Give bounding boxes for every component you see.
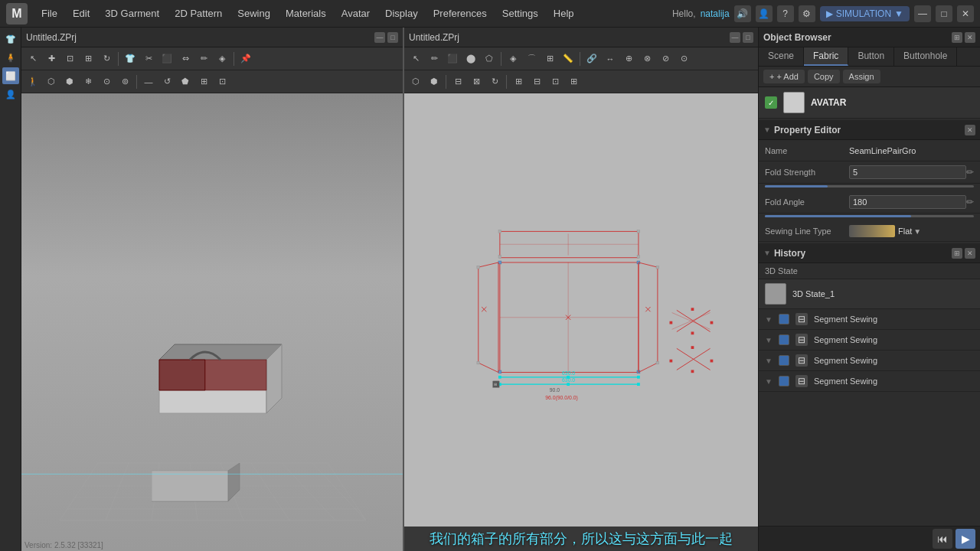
pe-fold-strength-input[interactable]: [849, 165, 966, 179]
close-icon[interactable]: ✕: [957, 5, 974, 22]
avatar-item[interactable]: ✓ AVATAR: [759, 87, 980, 119]
tb-brush-btn[interactable]: ⬡: [43, 73, 60, 90]
menu-preferences[interactable]: Preferences: [427, 5, 493, 22]
tb2-zoom-out[interactable]: ⊟: [528, 73, 545, 90]
ob-close-btn[interactable]: ✕: [965, 32, 975, 43]
ob-expand-btn[interactable]: ⊞: [952, 32, 962, 43]
tb-stitch-btn[interactable]: ✂: [140, 51, 157, 67]
tb-move-btn[interactable]: ⊞: [80, 51, 96, 67]
assign-button[interactable]: Assign: [843, 70, 880, 83]
hist-state-item[interactable]: 3D State_1: [759, 279, 980, 309]
menu-avatar[interactable]: Avatar: [335, 5, 376, 22]
pe-fold-strength-edit-icon[interactable]: ✏: [966, 167, 974, 178]
tb-grid-btn[interactable]: ⊞: [195, 73, 212, 90]
user-icon[interactable]: 👤: [756, 5, 773, 22]
seg-check-2[interactable]: [779, 355, 789, 366]
tb-reset-btn[interactable]: ↺: [158, 73, 175, 90]
menu-display[interactable]: Display: [379, 5, 424, 22]
tb-garment-btn[interactable]: 👕: [122, 51, 139, 67]
speaker-icon[interactable]: 🔊: [734, 5, 751, 22]
seg-item-2[interactable]: ▼ ⊟ Segment Sewing: [759, 350, 980, 371]
tb2-deselect[interactable]: ⬢: [426, 73, 443, 90]
tb2-rotate2d[interactable]: ↻: [486, 73, 503, 90]
tb2-stitch[interactable]: 🔗: [583, 51, 600, 67]
tb-add-btn[interactable]: ✚: [43, 51, 60, 67]
seg-item-1[interactable]: ▼ ⊟ Segment Sewing: [759, 330, 980, 350]
pe-fold-strength-slider[interactable]: [765, 185, 974, 187]
tb-pin-btn[interactable]: 📌: [237, 51, 254, 67]
menu-help[interactable]: Help: [547, 5, 580, 22]
menu-3d-garment[interactable]: 3D Garment: [99, 5, 165, 22]
menu-2d-pattern[interactable]: 2D Pattern: [168, 5, 228, 22]
minimize-icon[interactable]: —: [914, 5, 931, 22]
tb2-sew1[interactable]: ⊟: [449, 73, 466, 90]
hist-expand-icon[interactable]: ▼: [763, 249, 771, 257]
tb2-merge[interactable]: ⊕: [620, 51, 637, 67]
tb2-sew2[interactable]: ⊠: [468, 73, 485, 90]
pe-expand-icon[interactable]: ▼: [763, 126, 771, 134]
panel-2d-maximize[interactable]: □: [743, 32, 753, 43]
tb-marker-btn[interactable]: ◈: [214, 51, 230, 67]
pe-close-btn[interactable]: ✕: [965, 125, 975, 135]
hist-options-btn[interactable]: ⊞: [952, 248, 962, 259]
pe-fold-angle-slider[interactable]: [765, 215, 974, 217]
seg-item-3[interactable]: ▼ ⊟ Segment Sewing: [759, 371, 980, 392]
tb2-node[interactable]: ◈: [505, 51, 521, 67]
panel-3d-maximize[interactable]: □: [387, 32, 398, 43]
right-scroll-area[interactable]: ▼ Property Editor ✕ Name SeamLinePairGro…: [759, 119, 980, 526]
add-button[interactable]: + + Add: [763, 70, 805, 83]
tb-fold-btn[interactable]: ⬢: [61, 73, 78, 90]
sidebar-avatar-icon[interactable]: 👤: [2, 86, 19, 103]
tb-ruler-btn[interactable]: ⊡: [214, 73, 230, 90]
app-logo[interactable]: M: [6, 3, 28, 24]
menu-settings[interactable]: Settings: [496, 5, 544, 22]
tb2-fit[interactable]: ⊡: [547, 73, 564, 90]
sidebar-pattern-icon[interactable]: ⬜: [2, 67, 19, 84]
panel-3d-minimize[interactable]: —: [374, 32, 385, 43]
tb-rotate-btn[interactable]: ↻: [98, 51, 115, 67]
tb2-pen[interactable]: ✏: [426, 51, 443, 67]
menu-materials[interactable]: Materials: [279, 5, 332, 22]
settings-gear-icon[interactable]: ⚙: [799, 5, 815, 22]
seg-check-1[interactable]: [779, 334, 789, 345]
tab-buttonhole[interactable]: Buttonhole: [894, 47, 957, 66]
tb-edit-btn[interactable]: ✏: [195, 51, 212, 67]
tab-fabric[interactable]: Fabric: [804, 47, 848, 66]
tb2-curve[interactable]: ⌒: [523, 51, 540, 67]
hist-close-btn[interactable]: ✕: [965, 248, 975, 259]
menu-file[interactable]: File: [35, 5, 64, 22]
maximize-icon[interactable]: □: [936, 5, 952, 22]
sidebar-shirt-icon[interactable]: 👕: [2, 31, 19, 47]
seg-check-3[interactable]: [779, 376, 789, 386]
tb2-cursor[interactable]: ↖: [407, 51, 424, 67]
sewing-type-dropdown-icon[interactable]: ▼: [913, 227, 921, 236]
simulation-button[interactable]: ▶ SIMULATION ▼: [820, 6, 910, 21]
menu-edit[interactable]: Edit: [67, 5, 96, 22]
tb-sim-btn[interactable]: ⊙: [98, 73, 115, 90]
tb2-zoom-in[interactable]: ⊞: [510, 73, 527, 90]
view-3d-content[interactable]: Version: 2.5.32 [33321]: [21, 93, 403, 551]
tab-button[interactable]: Button: [848, 47, 894, 66]
copy-button[interactable]: Copy: [808, 70, 840, 83]
tb2-trace[interactable]: ⊘: [657, 51, 674, 67]
tb2-select-all[interactable]: ⬡: [407, 73, 424, 90]
tb-sim2-btn[interactable]: ⊚: [116, 73, 133, 90]
tb-obj-btn[interactable]: ⬟: [177, 73, 194, 90]
tb-select-btn[interactable]: ⊡: [61, 51, 78, 67]
pe-fold-angle-edit-icon[interactable]: ✏: [966, 197, 974, 207]
play-btn[interactable]: ▶: [956, 529, 975, 549]
tab-scene[interactable]: Scene: [759, 47, 804, 66]
tb2-measure[interactable]: 📏: [560, 51, 577, 67]
tb2-grid2[interactable]: ⊞: [565, 73, 582, 90]
tb2-ellipse[interactable]: ⬤: [462, 51, 479, 67]
tb-walk-btn[interactable]: 🚶: [24, 73, 41, 90]
view-2d-content[interactable]: 630.0 630.0 ⊞ 90.0 96.0(90.0/0.0): [404, 93, 758, 551]
panel-2d-minimize[interactable]: —: [730, 32, 740, 43]
tb-scale-btn[interactable]: ⇔: [177, 51, 194, 67]
tb2-mirror[interactable]: ⊙: [675, 51, 692, 67]
seg-item-0[interactable]: ▼ ⊟ Segment Sewing: [759, 309, 980, 330]
step-back-btn[interactable]: ⏮: [933, 529, 952, 549]
help-icon[interactable]: ?: [777, 5, 794, 22]
sidebar-figure-icon[interactable]: 🧍: [2, 49, 19, 66]
seg-check-0[interactable]: [779, 314, 789, 324]
